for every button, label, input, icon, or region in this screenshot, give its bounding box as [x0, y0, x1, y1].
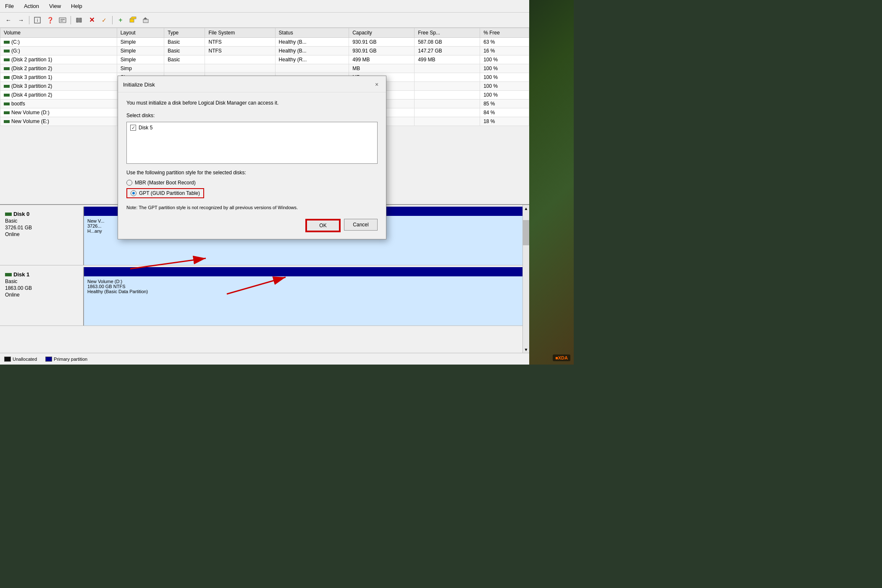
help-button[interactable]: ❓	[44, 15, 56, 26]
table-cell: 16 %	[480, 47, 529, 55]
xda-watermark: ■XDA	[553, 354, 570, 361]
radio-mbr[interactable]: MBR (Master Boot Record)	[126, 180, 378, 186]
legend-unallocated: Unallocated	[4, 357, 37, 362]
svg-rect-4	[60, 21, 63, 21]
disk-list-item-0[interactable]: ✓ Disk 5	[129, 124, 375, 131]
svg-marker-8	[130, 17, 136, 19]
table-cell	[415, 64, 480, 73]
cancel-button[interactable]: Cancel	[344, 219, 378, 231]
disk-row-1: Disk 1 Basic 1863.00 GB Online New Volum…	[0, 267, 529, 326]
explore-button[interactable]	[127, 15, 139, 26]
table-cell: Simple	[117, 38, 164, 47]
back-button[interactable]: ←	[3, 15, 14, 26]
dialog-body: You must initialize a disk before Logica…	[118, 92, 386, 239]
disk-properties-button[interactable]	[57, 15, 68, 26]
dialog-close-button[interactable]: ×	[373, 80, 381, 89]
menu-help[interactable]: Help	[69, 2, 84, 10]
col-header-pct: % Free	[480, 28, 529, 38]
table-row[interactable]: (G:)SimpleBasicNTFSHealthy (B...930.91 G…	[0, 47, 529, 55]
add-disk-button[interactable]: +	[115, 15, 126, 26]
table-cell	[205, 55, 275, 64]
table-cell: (Disk 2 partition 1)	[0, 55, 117, 64]
toolbar: ← → i ❓ ✕ ✓ +	[0, 13, 529, 28]
disk-listbox[interactable]: ✓ Disk 5	[126, 122, 378, 164]
table-cell: New Volume (E:)	[0, 117, 117, 126]
table-cell	[164, 64, 205, 73]
forward-button[interactable]: →	[15, 15, 27, 26]
radio-gpt[interactable]: GPT (GUID Partition Table)	[126, 188, 378, 198]
check-button[interactable]: ✓	[98, 15, 110, 26]
partition-style-label: Use the following partition style for th…	[126, 170, 378, 176]
table-cell: New Volume (D:)	[0, 108, 117, 117]
delete-button[interactable]: ✕	[86, 15, 97, 26]
table-cell: 100 %	[480, 82, 529, 91]
svg-rect-6	[79, 18, 81, 22]
table-cell: 587.08 GB	[415, 38, 480, 47]
disk-1-header-bar	[84, 267, 522, 276]
table-cell: 63 %	[480, 38, 529, 47]
table-cell	[415, 100, 480, 108]
table-cell	[415, 82, 480, 91]
disk-1-partition[interactable]: New Volume (D:) 1863.00 GB NTFS Healthy …	[84, 276, 529, 326]
connect-button[interactable]	[73, 15, 85, 26]
table-cell: NTFS	[205, 38, 275, 47]
table-cell: Healthy (R...	[275, 55, 349, 64]
table-cell: 100 %	[480, 91, 529, 100]
toolbar-sep-1	[29, 16, 29, 24]
disk-0-info: Disk 0 Basic 3726.01 GB Online	[0, 207, 84, 265]
disk-1-partition-size: 1863.00 GB NTFS	[87, 284, 525, 289]
menu-view[interactable]: View	[47, 2, 63, 10]
legend-unalloc-box	[4, 357, 11, 362]
table-cell: Basic	[164, 38, 205, 47]
menu-action[interactable]: Action	[22, 2, 41, 10]
disk-5-label: Disk 5	[139, 125, 152, 131]
table-cell: (G:)	[0, 47, 117, 55]
col-header-free: Free Sp...	[415, 28, 480, 38]
radio-gpt-label: GPT (GUID Partition Table)	[139, 190, 200, 196]
table-cell: 85 %	[480, 100, 529, 108]
disk-0-status: Online	[5, 231, 78, 237]
svg-marker-10	[143, 17, 147, 19]
radio-gpt-circle	[131, 190, 136, 196]
ok-button[interactable]: OK	[306, 220, 340, 231]
disk-1-info: Disk 1 Basic 1863.00 GB Online	[0, 267, 84, 326]
table-cell: 84 %	[480, 108, 529, 117]
col-header-filesystem: File System	[205, 28, 275, 38]
rescan-button[interactable]	[140, 15, 152, 26]
table-cell: Simple	[117, 55, 164, 64]
svg-rect-9	[143, 19, 148, 23]
radio-mbr-circle	[126, 180, 132, 186]
disk-5-checkbox[interactable]: ✓	[130, 125, 136, 131]
table-row[interactable]: (Disk 2 partition 1)SimpleBasicHealthy (…	[0, 55, 529, 64]
gpt-selection-box: GPT (GUID Partition Table)	[126, 188, 204, 198]
disk-1-name: Disk 1	[5, 271, 78, 278]
table-row[interactable]: (C:)SimpleBasicNTFSHealthy (B...930.91 G…	[0, 38, 529, 47]
disk-1-status: Online	[5, 292, 78, 298]
table-cell: Healthy (B...	[275, 38, 349, 47]
scrollbar-thumb[interactable]	[523, 220, 529, 245]
table-cell: 18 %	[480, 117, 529, 126]
radio-mbr-label: MBR (Master Boot Record)	[135, 180, 196, 186]
table-cell: (Disk 3 partition 2)	[0, 82, 117, 91]
dialog-title: Initialize Disk	[123, 81, 155, 88]
legend-unalloc-label: Unallocated	[13, 357, 37, 362]
col-header-layout: Layout	[117, 28, 164, 38]
table-cell: Basic	[164, 47, 205, 55]
menu-file[interactable]: File	[3, 2, 16, 10]
menu-bar: File Action View Help	[0, 0, 529, 13]
disk-1-content: New Volume (D:) 1863.00 GB NTFS Healthy …	[84, 267, 529, 326]
table-cell: MB	[349, 64, 415, 73]
dialog-note: Note: The GPT partition style is not rec…	[126, 204, 378, 211]
properties-button[interactable]: i	[32, 15, 43, 26]
dialog-description: You must initialize a disk before Logica…	[126, 99, 378, 107]
table-row[interactable]: (Disk 2 partition 2)SimpMB100 %	[0, 64, 529, 73]
toolbar-sep-3	[112, 16, 113, 24]
legend-bar: Unallocated Primary partition	[0, 353, 529, 365]
disk-0-name: Disk 0	[5, 211, 78, 217]
table-cell: bootfs	[0, 100, 117, 108]
vertical-scrollbar[interactable]: ▲ ▼	[522, 205, 529, 353]
svg-rect-7	[130, 19, 134, 22]
svg-text:i: i	[37, 18, 38, 23]
table-cell	[205, 64, 275, 73]
table-cell	[415, 117, 480, 126]
